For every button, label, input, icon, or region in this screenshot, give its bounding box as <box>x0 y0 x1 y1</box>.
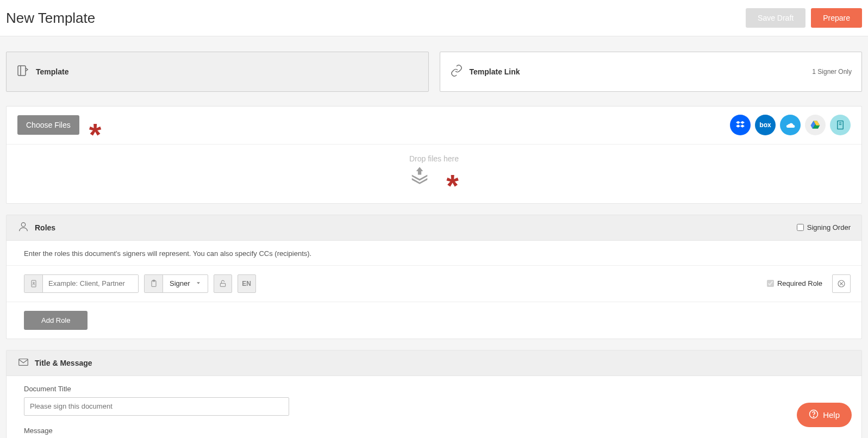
title-message-body: Document Title Message <box>7 376 861 438</box>
help-button[interactable]: Help <box>797 403 852 427</box>
roles-icon <box>17 221 29 235</box>
tab-template-label: Template <box>36 67 68 76</box>
signing-order-label: Signing Order <box>807 223 851 231</box>
remove-role-button[interactable] <box>832 274 851 293</box>
document-source-icon[interactable] <box>830 115 851 135</box>
roles-header: Roles Signing Order <box>7 215 861 241</box>
dropzone-label: Drop files here <box>7 154 861 163</box>
title-message-header: Title & Message <box>7 351 861 376</box>
title-message-title: Title & Message <box>35 359 92 367</box>
envelope-icon <box>17 356 29 370</box>
language-selector[interactable]: EN <box>238 274 256 293</box>
tab-template[interactable]: Template <box>6 52 429 92</box>
doc-title-label: Document Title <box>24 385 851 393</box>
clipboard-icon <box>145 275 163 292</box>
role-type-group[interactable]: Signer <box>144 274 208 293</box>
svg-rect-9 <box>220 283 225 286</box>
roles-description: Enter the roles this document's signers … <box>7 241 861 266</box>
dropzone-icon <box>409 165 430 188</box>
role-right-controls: Required Role <box>767 274 851 293</box>
asterisk-marker: * <box>446 175 459 197</box>
svg-point-4 <box>21 222 25 226</box>
required-role-label: Required Role <box>777 279 822 287</box>
roles-title: Roles <box>35 223 55 232</box>
cloud-sources: box <box>730 115 851 135</box>
role-type-value: Signer <box>170 279 190 287</box>
svg-point-13 <box>814 416 814 417</box>
doc-title-input[interactable] <box>24 397 289 416</box>
add-role-container: Add Role <box>7 302 861 339</box>
tab-template-link[interactable]: Template Link 1 Signer Only <box>440 52 863 92</box>
help-label: Help <box>823 410 840 420</box>
page-header: New Template Save Draft Prepare <box>0 0 868 36</box>
title-message-section: Title & Message Document Title Message <box>6 350 862 438</box>
file-dropzone[interactable]: Drop files here * <box>7 145 861 203</box>
svg-rect-11 <box>19 359 28 365</box>
chevron-down-icon <box>196 279 201 287</box>
message-label: Message <box>24 427 851 435</box>
add-role-button[interactable]: Add Role <box>24 311 88 330</box>
help-icon <box>809 409 819 421</box>
signer-only-badge: 1 Signer Only <box>812 68 852 76</box>
save-draft-button[interactable]: Save Draft <box>746 8 805 28</box>
signing-order-checkbox[interactable] <box>797 224 804 231</box>
signing-order-toggle: Signing Order <box>797 223 851 231</box>
page-title: New Template <box>6 10 95 27</box>
prepare-button[interactable]: Prepare <box>811 8 862 28</box>
role-name-group <box>24 274 139 293</box>
required-role-toggle: Required Role <box>767 279 822 287</box>
header-buttons: Save Draft Prepare <box>746 8 862 28</box>
template-icon <box>16 64 29 79</box>
role-name-input[interactable] <box>43 275 138 292</box>
required-role-checkbox[interactable] <box>767 280 774 287</box>
tab-template-link-label: Template Link <box>470 67 520 76</box>
google-drive-icon[interactable] <box>805 115 826 135</box>
person-icon <box>24 275 43 292</box>
roles-section: Roles Signing Order Enter the roles this… <box>6 215 862 339</box>
box-icon[interactable]: box <box>755 115 776 135</box>
main-content: Template Template Link 1 Signer Only Cho… <box>0 36 868 438</box>
svg-rect-0 <box>18 66 26 76</box>
file-upload-section: Choose Files * box D <box>6 106 862 204</box>
onedrive-icon[interactable] <box>780 115 801 135</box>
link-icon <box>450 64 463 79</box>
lock-toggle[interactable] <box>214 274 232 293</box>
svg-point-6 <box>33 282 34 284</box>
choose-files-button[interactable]: Choose Files <box>17 115 79 135</box>
asterisk-marker: * <box>89 124 102 146</box>
template-tabs: Template Template Link 1 Signer Only <box>6 52 862 92</box>
role-type-select: Signer <box>163 275 208 292</box>
file-top-bar: Choose Files * box <box>7 107 861 145</box>
role-row: Signer EN Required Role <box>7 266 861 302</box>
dropbox-icon[interactable] <box>730 115 751 135</box>
